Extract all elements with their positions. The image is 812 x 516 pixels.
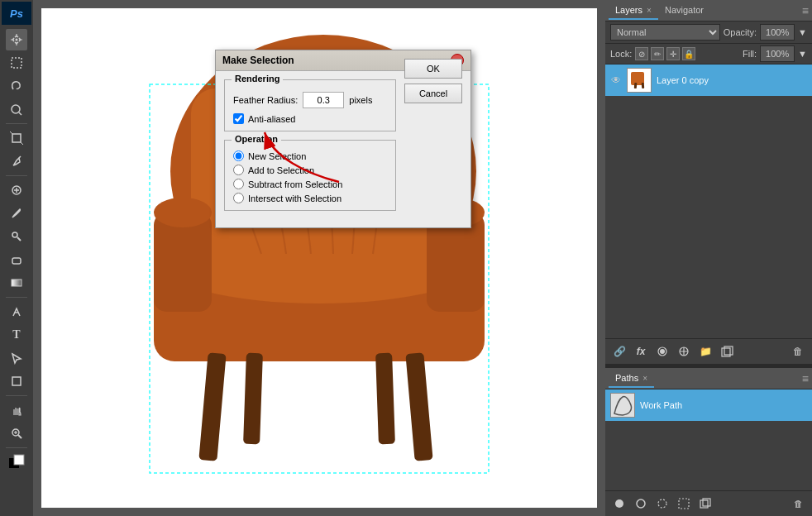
layer-mask-btn[interactable] xyxy=(653,342,671,361)
feather-radius-label: Feather Radius: xyxy=(233,95,298,105)
operation-section: Operation New Selection Add to Selection… xyxy=(224,140,396,211)
path-thumbnail xyxy=(610,393,635,418)
svg-rect-14 xyxy=(12,377,21,385)
path-fill-btn[interactable] xyxy=(610,494,628,513)
svg-point-46 xyxy=(658,499,666,508)
svg-point-45 xyxy=(637,499,645,508)
panel-tabs-paths: Paths × ≡ xyxy=(605,368,812,389)
path-make-work-btn[interactable] xyxy=(675,494,693,513)
tool-brush[interactable] xyxy=(6,203,27,224)
cancel-button[interactable]: Cancel xyxy=(404,84,462,103)
svg-rect-13 xyxy=(12,280,21,286)
svg-line-3 xyxy=(19,112,21,115)
anti-aliased-checkbox[interactable] xyxy=(233,113,244,124)
paths-panel-menu-icon[interactable]: ≡ xyxy=(802,372,809,385)
tool-divider-2 xyxy=(6,175,27,176)
tool-crop[interactable] xyxy=(6,127,27,149)
operation-subtract-row: Subtract from Selection xyxy=(233,179,387,189)
tool-eraser[interactable] xyxy=(6,249,27,270)
path-stroke-btn[interactable] xyxy=(632,494,650,513)
tab-navigator[interactable]: Navigator xyxy=(658,2,710,20)
operation-subtract-radio[interactable] xyxy=(233,179,244,189)
tab-layers-close[interactable]: × xyxy=(647,6,652,15)
ps-logo-text: Ps xyxy=(10,7,23,20)
operation-section-title: Operation xyxy=(232,134,281,144)
lock-row: Lock: ⊘ ✏ ✛ 🔒 Fill: ▼ xyxy=(605,44,812,64)
panel-tabs-layers: Layers × Navigator ≡ xyxy=(605,0,812,22)
layer-fx-btn[interactable]: fx xyxy=(632,342,650,361)
fill-input[interactable] xyxy=(760,45,795,62)
svg-rect-4 xyxy=(12,134,21,142)
tool-quick-select[interactable] xyxy=(6,98,27,120)
svg-line-16 xyxy=(18,435,21,438)
svg-rect-29 xyxy=(198,352,226,461)
path-delete-btn[interactable]: 🗑 xyxy=(789,494,807,513)
tool-gradient[interactable] xyxy=(6,272,27,294)
feather-radius-input[interactable] xyxy=(303,92,344,108)
svg-point-44 xyxy=(615,499,623,508)
path-actions: 🗑 xyxy=(605,490,812,516)
tool-clone[interactable] xyxy=(6,226,27,247)
operation-new-radio[interactable] xyxy=(233,150,244,161)
svg-rect-32 xyxy=(375,353,395,445)
path-new-btn[interactable] xyxy=(696,494,714,513)
layers-panel: Layers × Navigator ≡ Normal Opacity: ▼ L… xyxy=(605,0,812,364)
layer-thumbnail xyxy=(627,68,652,93)
svg-point-0 xyxy=(16,39,18,41)
svg-point-39 xyxy=(660,349,665,354)
svg-line-7 xyxy=(19,156,21,158)
opacity-arrow[interactable]: ▼ xyxy=(798,27,807,37)
svg-line-6 xyxy=(21,142,23,145)
operation-intersect-row: Intersect with Selection xyxy=(233,193,387,203)
layer-link-btn[interactable]: 🔗 xyxy=(610,342,628,361)
layer-delete-btn[interactable]: 🗑 xyxy=(789,342,807,361)
tab-paths[interactable]: Paths × xyxy=(609,370,654,388)
tool-pen[interactable] xyxy=(6,301,27,322)
paths-panel: Paths × ≡ Work Path xyxy=(605,367,812,516)
tool-shape[interactable] xyxy=(6,370,27,392)
tool-type[interactable]: T xyxy=(6,324,27,346)
ps-logo: Ps xyxy=(2,2,31,25)
feather-radius-row: Feather Radius: pixels xyxy=(233,92,387,108)
layers-panel-menu-icon[interactable]: ≡ xyxy=(802,4,809,17)
tool-divider-4 xyxy=(6,395,27,396)
blend-mode-select[interactable]: Normal xyxy=(610,24,720,41)
tool-move[interactable] xyxy=(6,29,27,50)
layers-controls: Normal Opacity: ▼ xyxy=(605,22,812,44)
tab-paths-close[interactable]: × xyxy=(642,374,647,383)
svg-point-11 xyxy=(12,232,17,237)
tool-divider-3 xyxy=(6,297,27,298)
make-selection-dialog[interactable]: Make Selection × OK Cancel Rendering Fea… xyxy=(215,50,471,228)
tab-layers[interactable]: Layers × xyxy=(609,2,658,20)
layer-new-btn[interactable] xyxy=(718,342,736,361)
layer-item[interactable]: 👁 Layer 0 copy xyxy=(605,64,812,96)
tool-zoom[interactable] xyxy=(6,423,27,444)
fill-arrow[interactable]: ▼ xyxy=(798,49,807,59)
canvas-area: Make Selection × OK Cancel Rendering Fea… xyxy=(33,0,605,516)
layer-visibility-eye[interactable]: 👁 xyxy=(610,74,622,86)
tool-foreground-color[interactable] xyxy=(6,452,27,473)
layer-group-btn[interactable]: 📁 xyxy=(696,342,714,361)
opacity-input[interactable] xyxy=(760,24,795,41)
svg-point-27 xyxy=(154,198,212,227)
path-name: Work Path xyxy=(640,400,807,410)
tool-eyedropper[interactable] xyxy=(6,150,27,172)
lock-all-btn[interactable]: 🔒 xyxy=(682,47,695,60)
feather-radius-unit: pixels xyxy=(349,95,372,105)
tool-heal[interactable] xyxy=(6,179,27,201)
ok-button[interactable]: OK xyxy=(404,59,462,79)
tool-path-select[interactable] xyxy=(6,347,27,369)
tool-lasso[interactable] xyxy=(6,75,27,97)
lock-transparent-btn[interactable]: ⊘ xyxy=(635,47,648,60)
lock-paint-btn[interactable]: ✏ xyxy=(651,47,664,60)
operation-add-row: Add to Selection xyxy=(233,165,387,175)
operation-intersect-radio[interactable] xyxy=(233,193,244,203)
tool-hand[interactable] xyxy=(6,399,27,421)
path-item[interactable]: Work Path xyxy=(605,389,812,421)
lock-position-btn[interactable]: ✛ xyxy=(666,47,680,60)
operation-add-radio[interactable] xyxy=(233,165,244,175)
path-load-btn[interactable] xyxy=(653,494,671,513)
layer-adjustment-btn[interactable] xyxy=(675,342,693,361)
tool-marquee[interactable] xyxy=(6,52,27,74)
svg-rect-47 xyxy=(679,499,689,509)
